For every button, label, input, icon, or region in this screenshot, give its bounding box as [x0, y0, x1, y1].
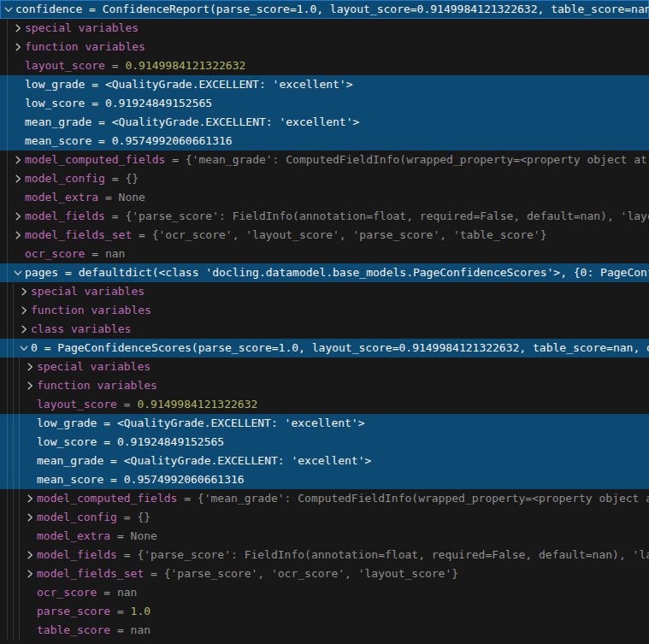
variable-row-model-config[interactable]: model_config = {} [0, 169, 649, 188]
indent-guide [19, 433, 20, 452]
equals-sign: = [105, 210, 125, 222]
chevron-right-icon[interactable] [13, 211, 23, 222]
indent-guide [19, 602, 20, 621]
variable-row-function-variables[interactable]: function variables [0, 38, 649, 56]
variable-row-model-computed-fields[interactable]: model_computed_fields = {'mean_grade': C… [0, 489, 649, 508]
chevron-right-icon[interactable] [25, 493, 35, 504]
row-content: model_extra = None [37, 527, 157, 546]
variable-row-layout-score[interactable]: layout_score = 0.9149984121322632 [0, 56, 649, 75]
chevron-right-icon[interactable] [25, 381, 35, 391]
chevron-right-icon[interactable] [25, 569, 35, 579]
variable-row-table-score[interactable]: table_score = nan [0, 621, 649, 640]
variable-name: function variables [31, 304, 151, 316]
chevron-right-icon[interactable] [25, 550, 35, 560]
variable-row-model-config[interactable]: model_config = {} [0, 508, 649, 527]
variable-name: class variables [31, 322, 131, 335]
variable-row-low-score[interactable]: low_score = 0.91924849152565 [0, 433, 649, 452]
variable-row-confidence[interactable]: confidence = ConfidenceReport(parse_scor… [0, 0, 649, 19]
row-content: mean_score = 0.9574992060661316 [25, 132, 233, 151]
variable-name: model_fields [37, 548, 117, 561]
indent-guide [7, 301, 8, 320]
variable-row-parse-score[interactable]: parse_score = 1.0 [0, 602, 649, 621]
chevron-right-icon[interactable] [19, 287, 29, 297]
variable-row-function-variables[interactable]: function variables [0, 376, 649, 395]
row-content: function variables [31, 301, 151, 320]
variable-row-low-grade[interactable]: low_grade = <QualityGrade.EXCELLENT: 'ex… [0, 75, 649, 94]
variable-name: mean_score [25, 134, 91, 147]
variable-name: model_config [25, 172, 105, 185]
equals-sign: = [103, 454, 123, 467]
variable-row-0[interactable]: 0 = PageConfidenceScores(parse_score=1.0… [0, 339, 649, 357]
variable-row-mean-grade[interactable]: mean_grade = <QualityGrade.EXCELLENT: 'e… [0, 113, 649, 132]
variable-row-model-fields-set[interactable]: model_fields_set = {'parse_score', 'ocr_… [0, 564, 649, 583]
variable-row-low-grade[interactable]: low_grade = <QualityGrade.EXCELLENT: 'ex… [0, 414, 649, 433]
variable-row-model-fields-set[interactable]: model_fields_set = {'ocr_score', 'layout… [0, 226, 649, 245]
variable-value: nan [105, 247, 125, 260]
row-content: model_fields_set = {'parse_score', 'ocr_… [37, 564, 458, 583]
indent-guide [19, 621, 20, 640]
row-content: model_computed_fields = {'mean_grade': C… [37, 489, 649, 508]
variable-row-model-computed-fields[interactable]: model_computed_fields = {'mean_grade': C… [0, 151, 649, 169]
variable-row-ocr-score[interactable]: ocr_score = nan [0, 583, 649, 602]
variable-row-function-variables[interactable]: function variables [0, 301, 649, 320]
variable-name: ocr_score [25, 247, 85, 260]
row-content: layout_score = 0.9149984121322632 [25, 56, 245, 75]
variable-row-mean-score[interactable]: mean_score = 0.9574992060661316 [0, 470, 649, 489]
chevron-right-icon[interactable] [13, 174, 23, 184]
variable-value: 0.9149984121322632 [137, 398, 257, 411]
chevron-down-icon[interactable] [3, 4, 14, 15]
variable-row-pages[interactable]: pages = defaultdict(<class 'docling.data… [0, 263, 649, 282]
variable-row-model-fields[interactable]: model_fields = {'parse_score': FieldInfo… [0, 546, 649, 564]
indent-guide [7, 339, 8, 357]
variable-name: function variables [37, 379, 157, 392]
variable-value: nan [131, 623, 150, 636]
equals-sign: = [98, 191, 118, 204]
row-content: ocr_score = nan [37, 583, 137, 602]
chevron-right-icon[interactable] [13, 23, 23, 33]
indent-guide [7, 226, 8, 245]
variable-row-special-variables[interactable]: special variables [0, 357, 649, 376]
variable-row-mean-grade[interactable]: mean_grade = <QualityGrade.EXCELLENT: 'e… [0, 452, 649, 470]
chevron-right-icon[interactable] [19, 324, 29, 334]
indent-guide [7, 357, 8, 376]
variable-row-class-variables[interactable]: class variables [0, 320, 649, 339]
indent-guide [13, 376, 14, 395]
row-content: table_score = nan [37, 621, 150, 640]
chevron-right-icon[interactable] [13, 230, 23, 240]
variable-row-layout-score[interactable]: layout_score = 0.9149984121322632 [0, 395, 649, 414]
indent-guide [7, 113, 8, 132]
chevron-right-icon[interactable] [13, 155, 23, 165]
variable-value: 0.91924849152565 [105, 97, 212, 109]
variable-row-model-extra[interactable]: model_extra = None [0, 527, 649, 546]
chevron-right-icon[interactable] [13, 42, 23, 52]
equals-sign: = [91, 115, 111, 128]
variable-name: model_computed_fields [25, 153, 165, 166]
indent-guide [7, 414, 8, 433]
variable-name: model_config [37, 511, 117, 523]
equals-sign: = [85, 97, 104, 109]
variable-row-special-variables[interactable]: special variables [0, 19, 649, 38]
row-content: model_fields_set = {'ocr_score', 'layout… [25, 226, 547, 245]
indent-guide [7, 132, 8, 151]
variable-row-mean-score[interactable]: mean_score = 0.9574992060661316 [0, 132, 649, 151]
variable-name: model_computed_fields [37, 492, 177, 505]
variable-row-model-fields[interactable]: model_fields = {'parse_score': FieldInfo… [0, 207, 649, 226]
indent-guide [13, 527, 14, 546]
variable-row-special-variables[interactable]: special variables [0, 282, 649, 301]
chevron-right-icon[interactable] [25, 362, 35, 372]
row-content: layout_score = 0.9149984121322632 [37, 395, 257, 414]
chevron-right-icon[interactable] [25, 512, 35, 523]
variable-row-ocr-score[interactable]: ocr_score = nan [0, 245, 649, 263]
indent-guide [7, 527, 8, 546]
equals-sign: = [91, 134, 111, 147]
chevron-down-icon[interactable] [13, 268, 23, 278]
variable-row-model-extra[interactable]: model_extra = None [0, 188, 649, 207]
variable-value: None [131, 529, 157, 542]
indent-guide [19, 414, 20, 433]
chevron-right-icon[interactable] [19, 305, 29, 316]
indent-guide [13, 489, 14, 508]
indent-guide [13, 301, 14, 320]
variable-row-low-score[interactable]: low_score = 0.91924849152565 [0, 94, 649, 113]
indent-guide [13, 621, 14, 640]
chevron-down-icon[interactable] [19, 343, 29, 353]
